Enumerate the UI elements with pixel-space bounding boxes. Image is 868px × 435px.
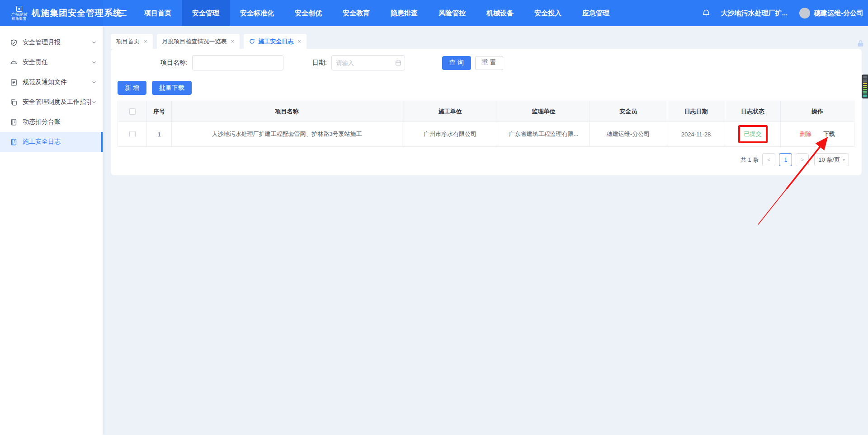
delete-link[interactable]: 删除	[800, 130, 811, 138]
refresh-icon[interactable]	[249, 38, 255, 44]
sidebar-item-safety-monthly-report[interactable]: 安全管理月报	[0, 33, 103, 52]
cell-project-name: 大沙地污水处理厂扩建工程配套管网、护林路3号泵站施工	[172, 122, 402, 146]
sidebar-item-construction-safety-log[interactable]: 施工安全日志	[0, 132, 103, 152]
cell-supervision-unit: 广东省建筑工程监理有限...	[498, 122, 590, 146]
sidebar-item-label: 安全管理月报	[23, 38, 92, 47]
download-link[interactable]: 下载	[823, 130, 835, 138]
sidebar-item-label: 动态扣分台账	[23, 118, 96, 126]
tab-project-home[interactable]: 项目首页 ×	[111, 34, 153, 49]
sidebar-item-safety-responsibility[interactable]: 安全责任	[0, 52, 103, 72]
batch-download-button[interactable]: 批量下载	[152, 81, 192, 95]
tab-construction-safety-log[interactable]: 施工安全日志 ×	[244, 34, 307, 49]
top-navigation: 项目首页 安全管理 安全标准化 安全创优 安全教育 隐患排查 风险管控 机械设备…	[134, 0, 620, 26]
search-button[interactable]: 查 询	[442, 56, 471, 70]
topbar: ■ 广州建筑 机施集团 机施集团安全管理系统 项目首页 安全管理 安全标准化 安…	[0, 0, 868, 26]
chevron-down-icon	[92, 80, 96, 84]
logo-line1: 广州建筑	[11, 12, 27, 17]
sidebar: 安全管理月报 安全责任 规范及通知文件 安全管理制度及工作指引 动态扣分台账 施…	[0, 26, 103, 435]
main-area: 项目首页 × 月度项目检查情况一览表 × 施工安全日志 × 项目名称: 日期:	[103, 26, 868, 435]
header-operation: 操作	[781, 101, 854, 122]
close-icon[interactable]: ×	[144, 38, 147, 45]
cell-operation: 删除 下载	[781, 122, 854, 146]
action-row: 新 增 批量下载	[118, 81, 854, 95]
nav-item-machinery-equipment[interactable]: 机械设备	[476, 0, 524, 26]
cell-index: 1	[147, 122, 172, 146]
user-avatar[interactable]	[799, 8, 810, 19]
total-count: 共 1 条	[741, 156, 759, 164]
nav-item-safety-standardization[interactable]: 安全标准化	[230, 0, 284, 26]
project-name-label: 项目名称:	[160, 59, 188, 67]
content-panel: 项目名称: 日期: 查 询 重 置 新 增 批量下载 序号	[111, 49, 862, 175]
sidebar-item-dynamic-deduction-ledger[interactable]: 动态扣分台账	[0, 112, 103, 132]
app-title: 机施集团安全管理系统	[32, 7, 122, 19]
screen: ■ 广州建筑 机施集团 机施集团安全管理系统 项目首页 安全管理 安全标准化 安…	[0, 0, 868, 435]
status-badge-annotated: 已提交	[738, 125, 768, 143]
nav-item-risk-control[interactable]: 风险管控	[428, 0, 476, 26]
tab-label: 月度项目检查情况一览表	[162, 37, 227, 46]
table-header-row: 序号 项目名称 施工单位 监理单位 安全员 日志日期 日志状态 操作	[118, 101, 854, 122]
user-name[interactable]: 穗建运维-分公司	[814, 9, 863, 18]
select-all-checkbox[interactable]	[129, 108, 136, 115]
nav-item-project-home[interactable]: 项目首页	[134, 0, 182, 26]
chevron-down-icon	[92, 60, 96, 65]
page-number-button[interactable]: 1	[779, 153, 792, 166]
add-button[interactable]: 新 增	[118, 81, 146, 95]
nav-item-safety-excellence[interactable]: 安全创优	[284, 0, 332, 26]
chevron-down-icon	[92, 100, 96, 104]
header-supervision-unit: 监理单位	[498, 101, 590, 122]
page-size-select[interactable]: 10 条/页 ▾	[814, 153, 849, 166]
reset-button[interactable]: 重 置	[475, 56, 503, 70]
header-index: 序号	[147, 101, 172, 122]
row-checkbox[interactable]	[129, 131, 136, 137]
sidebar-item-norms-notice-files[interactable]: 规范及通知文件	[0, 72, 103, 92]
notification-bell-icon[interactable]	[702, 9, 711, 18]
ledger-icon	[10, 138, 18, 146]
shield-icon	[10, 39, 18, 47]
nav-item-emergency-management[interactable]: 应急管理	[572, 0, 620, 26]
sidebar-item-label: 规范及通知文件	[23, 78, 92, 86]
calendar-icon[interactable]	[395, 60, 401, 66]
ledger-icon	[10, 118, 18, 126]
sidebar-item-safety-rules-guides[interactable]: 安全管理制度及工作指引	[0, 92, 103, 112]
project-name-input[interactable]	[192, 55, 283, 70]
tab-monthly-inspection-overview[interactable]: 月度项目检查情况一览表 ×	[157, 34, 240, 49]
tab-label: 施工安全日志	[258, 37, 293, 46]
cell-select	[118, 122, 147, 146]
header-log-date: 日志日期	[667, 101, 725, 122]
date-input[interactable]	[331, 55, 405, 70]
sidebar-item-label: 施工安全日志	[23, 138, 96, 146]
collapse-menu-icon[interactable]	[111, 0, 134, 26]
cell-log-status: 已提交	[725, 122, 781, 146]
cell-safety-officer: 穗建运维-分公司	[590, 122, 667, 146]
current-project-selector[interactable]: 大沙地污水处理厂扩...	[721, 9, 788, 18]
app-logo: ■ 广州建筑 机施集团 机施集团安全管理系统	[0, 0, 103, 26]
lock-icon[interactable]	[857, 40, 864, 47]
company-logo-icon: ■ 广州建筑 机施集团	[11, 6, 27, 21]
emblem-icon: ■	[16, 6, 22, 12]
cell-construction-unit: 广州市净水有限公司	[402, 122, 498, 146]
prev-page-button[interactable]: <	[762, 153, 775, 166]
table-row: 1 大沙地污水处理厂扩建工程配套管网、护林路3号泵站施工 广州市净水有限公司 广…	[118, 122, 854, 147]
nav-item-safety-education[interactable]: 安全教育	[332, 0, 380, 26]
header-construction-unit: 施工单位	[402, 101, 498, 122]
next-page-button[interactable]: >	[796, 153, 809, 166]
logo-line2: 机施集团	[12, 17, 26, 21]
sidebar-item-label: 安全责任	[23, 58, 92, 66]
document-icon	[10, 79, 18, 86]
nav-item-safety-management[interactable]: 安全管理	[182, 0, 230, 26]
date-picker	[331, 55, 405, 70]
header-project-name: 项目名称	[172, 101, 402, 122]
close-icon[interactable]: ×	[297, 38, 301, 45]
header-log-status: 日志状态	[725, 101, 781, 122]
nav-item-safety-investment[interactable]: 安全投入	[524, 0, 572, 26]
chevron-down-icon: ▾	[843, 157, 845, 162]
date-label: 日期:	[312, 59, 327, 67]
header-safety-officer: 安全员	[590, 101, 667, 122]
copy-icon	[10, 98, 18, 106]
cell-log-date: 2024-11-28	[667, 122, 725, 146]
chevron-down-icon	[92, 40, 96, 45]
close-icon[interactable]: ×	[231, 38, 235, 45]
log-table: 序号 项目名称 施工单位 监理单位 安全员 日志日期 日志状态 操作 1 大沙地…	[118, 101, 854, 147]
browser-extension-handle[interactable]	[862, 75, 868, 98]
nav-item-hazard-inspection[interactable]: 隐患排查	[380, 0, 428, 26]
